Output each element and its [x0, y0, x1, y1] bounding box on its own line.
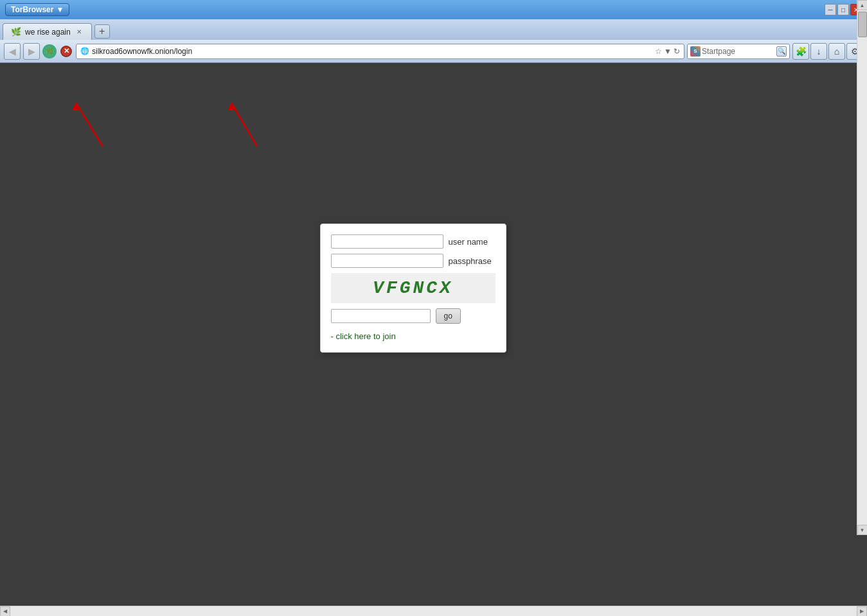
- search-engine-logo: S: [690, 46, 701, 57]
- url-text: silkroad6ownowfk.onion/login: [92, 47, 652, 56]
- tor-home-button[interactable]: 🌿: [42, 44, 57, 58]
- scroll-up-arrow[interactable]: ▲: [857, 0, 868, 10]
- username-label: user name: [449, 237, 488, 247]
- svg-line-0: [76, 103, 103, 146]
- stop-button[interactable]: ✕: [59, 44, 73, 58]
- username-row: user name: [331, 234, 496, 249]
- tor-logo-icon: 🌿: [46, 48, 53, 55]
- scroll-down-arrow[interactable]: ▼: [857, 525, 868, 535]
- join-link-row: - click here to join: [331, 330, 496, 342]
- svg-marker-3: [228, 103, 235, 110]
- tor-menu-button[interactable]: TorBrowser ▼: [5, 3, 69, 16]
- login-panel: user name passphrase VFGNCX go: [320, 224, 506, 353]
- extensions-icon: 🧩: [796, 46, 807, 57]
- scroll-left-arrow[interactable]: ◀: [0, 606, 10, 617]
- tab-bar: 🌿 we rise again ✕ +: [0, 19, 867, 40]
- captcha-input-row: go: [331, 308, 496, 324]
- passphrase-row: passphrase: [331, 254, 496, 268]
- forward-button[interactable]: ▶: [23, 43, 40, 60]
- title-bar-left: TorBrowser ▼: [5, 3, 69, 16]
- home-icon: ⌂: [834, 46, 839, 57]
- url-bar[interactable]: 🌐 silkroad6ownowfk.onion/login ☆ ▼ ↻: [76, 44, 684, 59]
- nav-bar: ◀ ▶ 🌿 ✕ 🌐 silkroad6ownowfk.onion/login ☆…: [0, 40, 867, 63]
- svg-marker-1: [72, 103, 80, 110]
- captcha-input[interactable]: [331, 309, 431, 323]
- tab-label: we rise again: [25, 28, 71, 37]
- reload-icon[interactable]: ↻: [674, 47, 680, 56]
- annotation-arrows: [0, 63, 826, 204]
- tor-browser-label: TorBrowser: [11, 5, 53, 14]
- back-icon: ◀: [9, 46, 16, 57]
- scroll-thumb[interactable]: [858, 12, 867, 37]
- search-bar[interactable]: S Startpage 🔍: [687, 44, 790, 59]
- tab-close-button[interactable]: ✕: [75, 28, 84, 37]
- back-button[interactable]: ◀: [4, 43, 21, 60]
- vertical-scrollbar[interactable]: ▲ ▼: [857, 0, 867, 535]
- tor-dropdown-icon: ▼: [56, 5, 64, 14]
- forward-icon: ▶: [28, 46, 35, 57]
- ssl-icon: 🌐: [80, 47, 89, 55]
- passphrase-label: passphrase: [449, 256, 492, 266]
- search-button[interactable]: 🔍: [776, 46, 787, 57]
- url-icons: ☆ ▼ ↻: [655, 47, 680, 56]
- home-button[interactable]: ⌂: [828, 43, 845, 60]
- content-area: user name passphrase VFGNCX go: [0, 63, 826, 598]
- active-tab[interactable]: 🌿 we rise again ✕: [3, 23, 92, 40]
- toolbar-buttons: 🧩 ↓ ⌂ ⚙: [792, 43, 863, 60]
- url-dropdown-icon[interactable]: ▼: [664, 47, 672, 56]
- restore-button[interactable]: □: [837, 4, 849, 15]
- downloads-button[interactable]: ↓: [810, 43, 827, 60]
- scroll-right-arrow[interactable]: ▶: [857, 606, 867, 617]
- passphrase-input[interactable]: [331, 254, 443, 268]
- browser-window: TorBrowser ▼ ─ □ ✕ 🌿 we rise again ✕ + ◀…: [0, 0, 867, 616]
- go-button[interactable]: go: [436, 308, 461, 324]
- stop-icon: ✕: [60, 46, 72, 57]
- captcha-text: VFGNCX: [373, 278, 453, 298]
- minimize-button[interactable]: ─: [825, 4, 836, 15]
- username-input[interactable]: [331, 234, 443, 249]
- search-placeholder-text: Startpage: [702, 47, 775, 56]
- new-tab-button[interactable]: +: [94, 24, 110, 39]
- svg-line-2: [231, 103, 257, 146]
- join-link[interactable]: - click here to join: [331, 331, 396, 341]
- downloads-icon: ↓: [817, 46, 821, 57]
- search-icon: 🔍: [778, 48, 785, 55]
- captcha-image-area: VFGNCX: [331, 273, 496, 303]
- extensions-button[interactable]: 🧩: [792, 43, 809, 60]
- bookmark-icon[interactable]: ☆: [655, 47, 662, 56]
- tab-icon: 🌿: [11, 27, 21, 37]
- main-row: user name passphrase VFGNCX go: [0, 63, 867, 606]
- horizontal-scrollbar[interactable]: ◀ ▶: [0, 606, 867, 616]
- title-bar: TorBrowser ▼ ─ □ ✕: [0, 0, 867, 19]
